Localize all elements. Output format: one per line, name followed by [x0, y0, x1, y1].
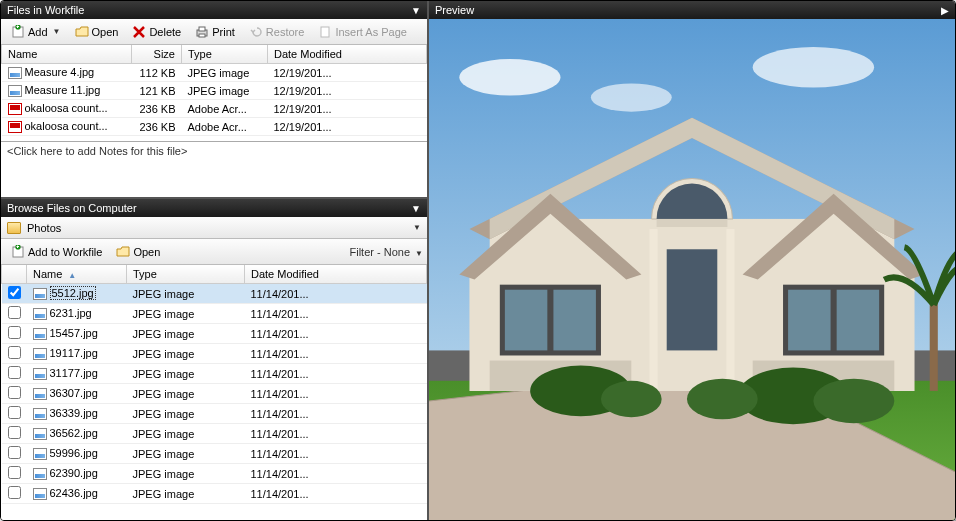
collapse-icon[interactable]: ▼: [411, 203, 421, 214]
table-row[interactable]: 36339.jpgJPEG image11/14/201...: [2, 404, 427, 424]
image-icon: [33, 468, 47, 480]
row-checkbox[interactable]: [8, 286, 21, 299]
row-checkbox[interactable]: [8, 346, 21, 359]
workfile-table-container: Name Size Type Date Modified Measure 4.j…: [1, 45, 427, 141]
svg-rect-18: [788, 290, 830, 351]
col-check[interactable]: [2, 265, 27, 284]
folder-bar[interactable]: Photos ▼: [1, 217, 427, 239]
row-checkbox[interactable]: [8, 486, 21, 499]
add-to-workfile-button[interactable]: Add to Workfile: [5, 242, 108, 262]
col-date[interactable]: Date Modified: [245, 265, 427, 284]
insert-page-icon: [318, 25, 332, 39]
svg-rect-24: [726, 229, 734, 391]
insert-page-button: Insert As Page: [312, 22, 413, 42]
table-row[interactable]: 15457.jpgJPEG image11/14/201...: [2, 324, 427, 344]
table-row[interactable]: 19117.jpgJPEG image11/14/201...: [2, 344, 427, 364]
restore-icon: [249, 25, 263, 39]
table-row[interactable]: okaloosa count...236 KBAdobe Acr...12/19…: [2, 118, 427, 136]
table-row[interactable]: 36307.jpgJPEG image11/14/201...: [2, 384, 427, 404]
table-row[interactable]: 36562.jpgJPEG image11/14/201...: [2, 424, 427, 444]
workfile-header: Files in Workfile ▼: [1, 1, 427, 19]
image-icon: [33, 388, 47, 400]
col-type[interactable]: Type: [127, 265, 245, 284]
folder-icon: [7, 222, 21, 234]
row-checkbox[interactable]: [8, 366, 21, 379]
svg-point-29: [687, 379, 758, 419]
filter-dropdown[interactable]: Filter - None ▼: [349, 246, 423, 258]
print-icon: [195, 25, 209, 39]
col-type[interactable]: Type: [182, 45, 268, 64]
svg-rect-16: [553, 290, 595, 351]
image-icon: [33, 348, 47, 360]
row-checkbox[interactable]: [8, 466, 21, 479]
row-checkbox[interactable]: [8, 426, 21, 439]
expand-icon[interactable]: ▶: [941, 5, 949, 16]
folder-name: Photos: [27, 222, 61, 234]
image-icon: [33, 328, 47, 340]
preview-title: Preview: [435, 4, 474, 16]
svg-rect-15: [505, 290, 547, 351]
col-date[interactable]: Date Modified: [268, 45, 427, 64]
svg-rect-23: [650, 229, 658, 391]
browse-header: Browse Files on Computer ▼: [1, 199, 427, 217]
print-button[interactable]: Print: [189, 22, 241, 42]
image-icon: [33, 288, 47, 300]
delete-button[interactable]: Delete: [126, 22, 187, 42]
folder-open-icon: [116, 245, 130, 259]
col-name[interactable]: Name▲: [27, 265, 127, 284]
right-panel: Preview ▶: [429, 1, 955, 520]
table-row[interactable]: 62436.jpgJPEG image11/14/201...: [2, 484, 427, 504]
image-icon: [33, 448, 47, 460]
svg-point-31: [601, 381, 662, 417]
table-row[interactable]: 31177.jpgJPEG image11/14/201...: [2, 364, 427, 384]
row-checkbox[interactable]: [8, 306, 21, 319]
svg-point-11: [591, 83, 672, 111]
browse-table-container: Name▲ Type Date Modified 5512.jpgJPEG im…: [1, 265, 427, 520]
add-icon: [11, 25, 25, 39]
workfile-toolbar: Add ▼ Open Delete Print Restore Inser: [1, 19, 427, 45]
svg-rect-5: [321, 27, 329, 37]
add-button[interactable]: Add ▼: [5, 22, 67, 42]
sort-asc-icon: ▲: [68, 271, 76, 280]
row-checkbox[interactable]: [8, 386, 21, 399]
table-row[interactable]: 62390.jpgJPEG image11/14/201...: [2, 464, 427, 484]
image-icon: [33, 428, 47, 440]
table-row[interactable]: 5512.jpgJPEG image11/14/201...: [2, 284, 427, 304]
image-icon: [8, 67, 22, 79]
chevron-down-icon[interactable]: ▼: [413, 223, 421, 232]
notes-area[interactable]: <Click here to add Notes for this file>: [1, 141, 427, 197]
collapse-icon[interactable]: ▼: [411, 5, 421, 16]
svg-rect-4: [199, 34, 205, 37]
table-row[interactable]: Measure 4.jpg112 KBJPEG image12/19/201..…: [2, 64, 427, 82]
restore-button: Restore: [243, 22, 311, 42]
chevron-down-icon: ▼: [53, 27, 61, 36]
pdf-icon: [8, 103, 22, 115]
open-button[interactable]: Open: [69, 22, 125, 42]
table-row[interactable]: Measure 11.jpg121 KBJPEG image12/19/201.…: [2, 82, 427, 100]
image-icon: [33, 408, 47, 420]
row-checkbox[interactable]: [8, 446, 21, 459]
image-icon: [33, 488, 47, 500]
delete-icon: [132, 25, 146, 39]
svg-rect-32: [930, 300, 938, 391]
browse-section: Browse Files on Computer ▼ Photos ▼ Add …: [1, 197, 427, 520]
pdf-icon: [8, 121, 22, 133]
table-row[interactable]: 59996.jpgJPEG image11/14/201...: [2, 444, 427, 464]
workfile-title: Files in Workfile: [7, 4, 84, 16]
col-name[interactable]: Name: [2, 45, 132, 64]
preview-header: Preview ▶: [429, 1, 955, 19]
browse-table: Name▲ Type Date Modified 5512.jpgJPEG im…: [1, 265, 427, 504]
add-icon: [11, 245, 25, 259]
svg-rect-22: [657, 219, 728, 227]
table-row[interactable]: 6231.jpgJPEG image11/14/201...: [2, 304, 427, 324]
image-icon: [33, 368, 47, 380]
preview-image: [429, 19, 955, 520]
folder-open-icon: [75, 25, 89, 39]
browse-open-button[interactable]: Open: [110, 242, 166, 262]
svg-point-9: [459, 59, 560, 95]
table-row[interactable]: okaloosa count...236 KBAdobe Acr...12/19…: [2, 100, 427, 118]
col-size[interactable]: Size: [132, 45, 182, 64]
row-checkbox[interactable]: [8, 326, 21, 339]
row-checkbox[interactable]: [8, 406, 21, 419]
svg-point-10: [753, 47, 874, 87]
